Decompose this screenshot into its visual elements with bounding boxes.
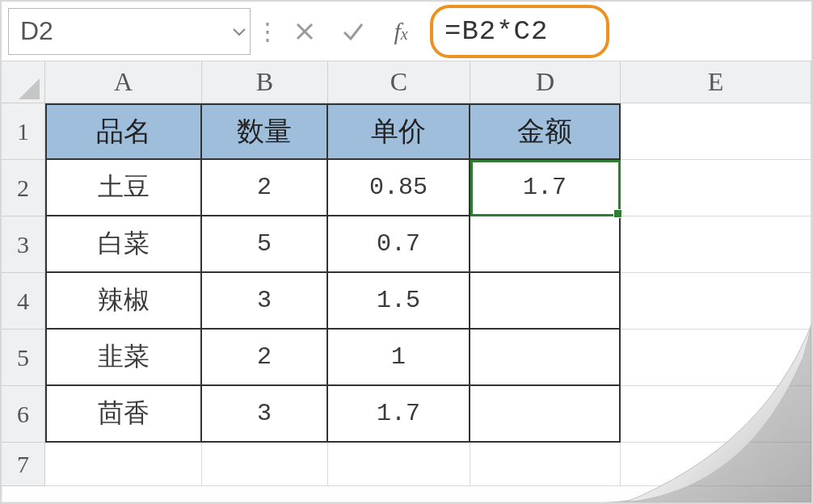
cell-A5[interactable]: 韭菜 (45, 330, 202, 386)
vertical-dots-icon: ⋮ (255, 8, 280, 55)
table-row: 7 (2, 443, 811, 486)
cell-E5[interactable] (621, 330, 811, 386)
cell-B4[interactable]: 3 (202, 273, 328, 330)
cell-C7[interactable] (328, 443, 470, 486)
name-box-text: D2 (20, 16, 53, 46)
table-row: 1 品名 数量 单价 金额 (2, 103, 811, 160)
cell-D7[interactable] (470, 443, 621, 486)
column-header-B[interactable]: B (202, 61, 328, 103)
cell-B7[interactable] (202, 443, 328, 486)
cell-D2[interactable]: 1.7 (470, 160, 621, 216)
fx-icon: fx (394, 18, 407, 45)
table-row: 2 土豆 2 0.85 1.7 (2, 160, 811, 216)
enter-button[interactable] (330, 8, 377, 55)
column-header-D[interactable]: D (470, 61, 621, 103)
cell-A2[interactable]: 土豆 (45, 160, 202, 216)
app-frame: D2 ⋮ fx =B2*C2 A (0, 0, 813, 504)
cell-A1[interactable]: 品名 (45, 103, 202, 160)
table-row: 6 茴香 3 1.7 (2, 386, 811, 443)
cell-A3[interactable]: 白菜 (45, 216, 202, 273)
row-header-5[interactable]: 5 (2, 330, 45, 386)
cell-E6[interactable] (621, 386, 811, 443)
row-header-2[interactable]: 2 (2, 160, 45, 216)
cell-E1[interactable] (621, 103, 811, 160)
cell-C1[interactable]: 单价 (328, 103, 470, 160)
cell-E4[interactable] (621, 273, 811, 330)
cell-D4[interactable] (470, 273, 621, 330)
row-header-1[interactable]: 1 (2, 103, 45, 160)
cell-C6[interactable]: 1.7 (328, 386, 470, 443)
cell-E3[interactable] (621, 216, 811, 273)
formula-bar: D2 ⋮ fx =B2*C2 (2, 2, 811, 61)
cell-C2[interactable]: 0.85 (328, 160, 470, 216)
row-header-4[interactable]: 4 (2, 273, 45, 330)
cell-B2[interactable]: 2 (202, 160, 328, 216)
cancel-button[interactable] (281, 8, 328, 55)
cell-D6[interactable] (470, 386, 621, 443)
column-header-C[interactable]: C (328, 61, 470, 103)
column-header-E[interactable]: E (621, 61, 811, 103)
cell-A7[interactable] (45, 443, 202, 486)
column-header-row: A B C D E (2, 61, 811, 103)
row-header-3[interactable]: 3 (2, 216, 45, 273)
cell-A4[interactable]: 辣椒 (45, 273, 202, 330)
select-all-corner[interactable] (2, 61, 45, 103)
row-header-7[interactable]: 7 (2, 443, 45, 486)
cell-D3[interactable] (470, 216, 621, 273)
name-box[interactable]: D2 (8, 8, 251, 55)
cell-B5[interactable]: 2 (202, 330, 328, 386)
cell-D5[interactable] (470, 330, 621, 386)
insert-function-button[interactable]: fx (378, 8, 423, 55)
cell-D1[interactable]: 金额 (470, 103, 621, 160)
cell-C3[interactable]: 0.7 (328, 216, 470, 273)
row-header-6[interactable]: 6 (2, 386, 45, 443)
cell-C5[interactable]: 1 (328, 330, 470, 386)
sheet: A B C D E 1 品名 数量 单价 金额 2 土豆 2 0.85 1.7 (2, 61, 811, 502)
chevron-down-icon[interactable] (232, 26, 246, 37)
formula-tools: ⋮ fx (255, 8, 423, 55)
column-header-A[interactable]: A (45, 61, 202, 103)
formula-input[interactable]: =B2*C2 (444, 16, 548, 47)
table-row: 3 白菜 5 0.7 (2, 216, 811, 273)
table-row: 4 辣椒 3 1.5 (2, 273, 811, 330)
rows: 1 品名 数量 单价 金额 2 土豆 2 0.85 1.7 3 白菜 5 (2, 103, 811, 486)
table-row: 5 韭菜 2 1 (2, 330, 811, 386)
cell-B3[interactable]: 5 (202, 216, 328, 273)
cell-E2[interactable] (621, 160, 811, 216)
cell-E7[interactable] (621, 443, 811, 486)
cell-C4[interactable]: 1.5 (328, 273, 470, 330)
cell-B6[interactable]: 3 (202, 386, 328, 443)
cell-B1[interactable]: 数量 (202, 103, 328, 160)
formula-input-wrap[interactable]: =B2*C2 (428, 8, 805, 55)
cell-A6[interactable]: 茴香 (45, 386, 202, 443)
